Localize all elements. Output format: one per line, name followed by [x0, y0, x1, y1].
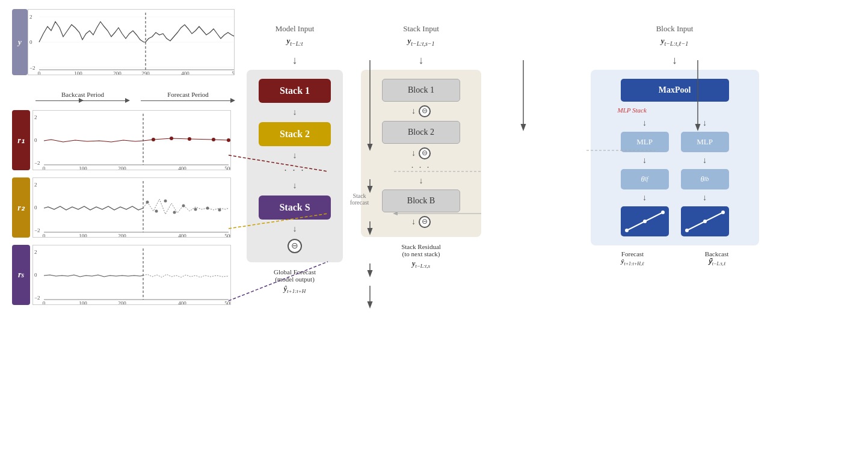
svg-text:0: 0 — [43, 233, 46, 238]
mlp-left-box: MLP — [621, 132, 669, 152]
svg-point-51 — [173, 211, 176, 214]
svg-text:0: 0 — [34, 137, 37, 143]
mlp-right-box: MLP — [681, 132, 729, 152]
stack-arrow-4: ↓ — [293, 224, 297, 234]
rs-plot-row: rs 2 0 −2 0 100 200 400 500 — [12, 245, 241, 305]
blockB-minus-row: ↓ ⊖ — [411, 216, 431, 228]
r2-label: r₂ — [12, 177, 30, 238]
block-wrapper: MaxPool MLP Stack ↓ MLP ↓ θlf ↓ — [591, 70, 759, 245]
svg-text:400: 400 — [178, 300, 186, 305]
stacks-wrapper: Stack 1 ↓ Stack 2 ↓ · · · ↓ Stack S ↓ ⊖ — [247, 70, 343, 262]
svg-point-49 — [155, 210, 158, 213]
svg-text:500: 500 — [224, 300, 231, 305]
svg-point-78 — [685, 229, 689, 232]
block2-minus-row: ↓ ⊖ — [411, 147, 431, 159]
svg-text:100: 100 — [79, 165, 87, 170]
mlp-right-col: ↓ MLP ↓ θlb ↓ — [681, 119, 729, 236]
basis-left-box — [621, 206, 669, 236]
global-forecast-label: Global Forecast (model output) ŷt+1:t+H — [274, 268, 316, 294]
svg-point-80 — [721, 211, 725, 214]
model-input-formula: yt−L:t — [287, 36, 303, 47]
svg-text:200: 200 — [118, 165, 126, 170]
basis-right-box — [681, 206, 729, 236]
block-input-label: Block Input — [656, 24, 694, 34]
stack-arrow-2: ↓ — [293, 151, 297, 161]
svg-point-48 — [146, 201, 149, 204]
block-section: Block Input yt−L:t,ℓ−1 ↓ MaxPool MLP Sta… — [493, 6, 856, 459]
svg-text:−2: −2 — [34, 295, 40, 301]
theta-right-box: θlb — [681, 169, 729, 189]
svg-point-76 — [661, 211, 665, 214]
svg-point-34 — [188, 137, 191, 141]
r1-label: r₁ — [12, 110, 30, 170]
block1-box: Block 1 — [382, 79, 460, 102]
block2-box: Block 2 — [382, 121, 460, 144]
svg-text:200: 200 — [113, 70, 122, 75]
svg-point-53 — [194, 208, 197, 211]
rs-plot-area: 2 0 −2 0 100 200 400 500 — [32, 245, 231, 305]
period-labels: Backcast Period Forecast Period — [30, 91, 241, 103]
svg-point-35 — [212, 138, 215, 141]
svg-text:0: 0 — [34, 272, 37, 278]
svg-point-50 — [164, 200, 167, 203]
svg-point-75 — [643, 220, 647, 223]
stacks-box: Stack S — [259, 196, 331, 220]
backcast-formula: ỹt−L:t,ℓ — [693, 257, 741, 266]
svg-text:400: 400 — [178, 233, 186, 238]
stack-arrow-3: ↓ — [293, 181, 297, 191]
svg-text:200: 200 — [118, 233, 126, 238]
model-input-label: Model Input — [275, 24, 315, 34]
r2-plot-area: 2 0 −2 — [32, 177, 231, 238]
mlp-stack-label: MLP Stack — [618, 106, 647, 114]
svg-text:0: 0 — [34, 205, 37, 211]
svg-text:2: 2 — [34, 249, 37, 255]
svg-text:100: 100 — [79, 233, 87, 238]
blocks-dots: · · · — [411, 163, 431, 173]
stack-arrow-down: ↓ — [419, 54, 424, 67]
svg-point-54 — [206, 207, 209, 210]
svg-point-74 — [625, 229, 629, 232]
svg-text:200: 200 — [118, 300, 126, 305]
svg-text:100: 100 — [79, 300, 87, 305]
blockB-arrow: ↓ — [419, 176, 423, 186]
stack-forecast-label: Stackforecast — [343, 192, 376, 206]
svg-point-36 — [227, 138, 230, 142]
y-label: y — [12, 9, 28, 75]
forecast-formula: ŷt+1:t+H,ℓ — [609, 257, 657, 266]
svg-point-55 — [218, 209, 221, 212]
maxpool-box: MaxPool — [621, 79, 729, 102]
r1-plot-area: 2 0 −2 0 100 — [32, 110, 231, 170]
svg-text:2: 2 — [34, 182, 37, 188]
forecast-label: Forecast Period — [167, 91, 209, 98]
stack-input-label: Stack Input — [403, 24, 439, 34]
block1-minus-row: ↓ ⊖ — [411, 105, 431, 117]
svg-text:−2: −2 — [29, 65, 35, 71]
stack-input-formula: yt−L:t,s−1 — [407, 36, 434, 47]
svg-text:400: 400 — [178, 165, 186, 170]
y-plot-area: 2 0 −2 0 — [28, 9, 235, 75]
rs-label: rs — [12, 245, 30, 305]
svg-text:100: 100 — [74, 70, 82, 75]
svg-text:400: 400 — [181, 70, 189, 75]
mlp-left-col: ↓ MLP ↓ θlf ↓ — [621, 119, 669, 236]
mlp-columns: ↓ MLP ↓ θlf ↓ — [621, 119, 729, 236]
model-section: Model Input yt−L:t ↓ Stack 1 ↓ Stack 2 ↓… — [241, 6, 349, 459]
stack-section: Stack Input yt−L:t,s−1 ↓ Block 1 ↓ ⊖ Blo… — [349, 6, 493, 459]
svg-text:0: 0 — [43, 165, 46, 170]
blocks-wrapper: Block 1 ↓ ⊖ Block 2 ↓ ⊖ · · · ↓ Block B … — [361, 70, 481, 237]
svg-text:500: 500 — [224, 165, 231, 170]
blockB-box: Block B — [382, 189, 460, 212]
forecast-label-block: Forecast — [609, 250, 657, 257]
left-section: y 2 0 −2 — [12, 6, 241, 459]
svg-point-32 — [152, 138, 155, 141]
svg-point-52 — [182, 205, 185, 208]
svg-text:−2: −2 — [34, 227, 40, 233]
svg-text:−2: −2 — [34, 160, 40, 166]
block-arrow-down: ↓ — [672, 54, 677, 67]
r1-plot-row: r₁ 2 0 −2 — [12, 110, 241, 170]
svg-text:500: 500 — [224, 233, 231, 238]
svg-text:2: 2 — [29, 14, 32, 20]
y-plot-container: y 2 0 −2 — [12, 9, 235, 87]
stacks-dots: · · · — [285, 165, 306, 176]
forecast-backcast-labels: Forecast ŷt+1:t+H,ℓ Backcast ỹt−L:t,ℓ — [609, 250, 741, 266]
